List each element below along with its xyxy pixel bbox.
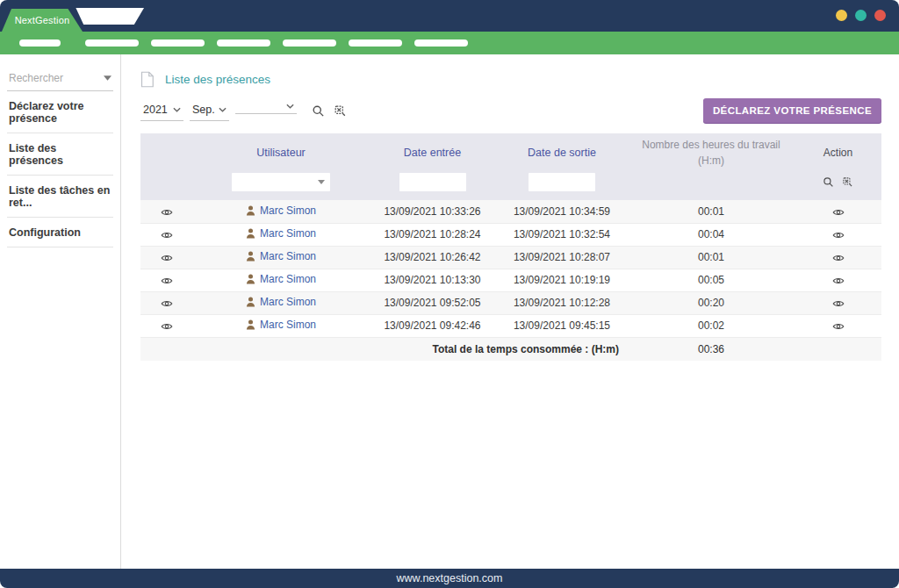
row-action-cell bbox=[795, 246, 881, 269]
sidebar-item-liste-des-taches[interactable]: Liste des tâches en ret... bbox=[7, 176, 113, 218]
year-select[interactable]: 2021 bbox=[140, 102, 183, 121]
date-in-value: 13/09/2021 09:52:05 bbox=[369, 291, 496, 314]
row-action-cell bbox=[795, 314, 881, 337]
eye-action-icon[interactable] bbox=[832, 208, 845, 217]
eye-icon[interactable] bbox=[161, 231, 173, 240]
user-filter-select[interactable] bbox=[232, 173, 330, 191]
caret-down-icon bbox=[318, 180, 325, 184]
user-name: Marc Simon bbox=[260, 204, 316, 217]
filter-date-in-cell bbox=[369, 172, 496, 200]
eye-action-icon[interactable] bbox=[832, 276, 845, 285]
eye-action-icon[interactable] bbox=[832, 299, 845, 308]
nav-pill[interactable] bbox=[283, 39, 336, 47]
filter-hours-cell bbox=[628, 172, 795, 200]
hours-value: 00:02 bbox=[628, 314, 795, 337]
presence-table: Utilisateur Date entrée Date de sortie N… bbox=[140, 133, 881, 361]
hours-value: 00:04 bbox=[628, 223, 795, 246]
clear-search-icon[interactable] bbox=[334, 104, 347, 118]
user-link[interactable]: Marc Simon bbox=[246, 227, 316, 240]
user-name: Marc Simon bbox=[260, 227, 316, 240]
person-icon bbox=[246, 228, 255, 239]
date-in-value: 13/09/2021 10:26:42 bbox=[369, 246, 496, 269]
app-window: NextGestion Rechercher Déclarez bbox=[0, 0, 899, 588]
footer-url[interactable]: www.nextgestion.com bbox=[397, 572, 503, 584]
table-header-row: Utilisateur Date entrée Date de sortie N… bbox=[140, 133, 881, 172]
col-action: Action bbox=[795, 133, 881, 172]
filter-user-cell bbox=[193, 172, 369, 200]
search-icon[interactable] bbox=[312, 104, 325, 118]
nav-pill[interactable] bbox=[19, 39, 61, 47]
document-icon bbox=[140, 71, 154, 88]
total-label: Total de la temps consommée : (H:m) bbox=[140, 337, 628, 361]
table-filter-row bbox=[140, 172, 881, 200]
table-body: Marc Simon 13/09/2021 10:33:26 13/09/202… bbox=[140, 200, 881, 337]
eye-action-icon[interactable] bbox=[832, 231, 845, 240]
col-utilisateur[interactable]: Utilisateur bbox=[193, 133, 369, 172]
filter-empty-cell bbox=[140, 172, 193, 200]
declare-presence-button[interactable]: DÉCLAREZ VOTRE PRÉSENCE bbox=[703, 98, 881, 123]
eye-icon[interactable] bbox=[161, 276, 173, 285]
person-icon bbox=[246, 205, 255, 216]
caret-down-icon bbox=[104, 75, 111, 81]
sidebar-search-select[interactable]: Rechercher bbox=[7, 72, 113, 91]
user-link[interactable]: Marc Simon bbox=[246, 204, 316, 217]
table-row: Marc Simon 13/09/2021 10:13:30 13/09/202… bbox=[140, 269, 881, 291]
row-user-cell: Marc Simon bbox=[193, 314, 369, 337]
row-user-cell: Marc Simon bbox=[193, 246, 369, 269]
row-view-cell bbox=[140, 314, 193, 337]
eye-icon[interactable] bbox=[161, 322, 173, 331]
chevron-down-icon bbox=[173, 107, 181, 112]
col-date-entree[interactable]: Date entrée bbox=[369, 133, 496, 172]
total-value: 00:36 bbox=[628, 337, 795, 361]
table-row: Marc Simon 13/09/2021 10:26:42 13/09/202… bbox=[140, 246, 881, 269]
person-icon bbox=[246, 251, 255, 262]
user-link[interactable]: Marc Simon bbox=[246, 250, 316, 262]
total-empty-cell bbox=[795, 337, 881, 361]
user-name: Marc Simon bbox=[260, 273, 316, 285]
user-name: Marc Simon bbox=[260, 296, 316, 308]
date-in-value: 13/09/2021 10:33:26 bbox=[369, 200, 496, 223]
nav-pill[interactable] bbox=[349, 39, 402, 47]
nav-pill[interactable] bbox=[217, 39, 270, 47]
row-view-cell bbox=[140, 223, 193, 246]
table-clear-search-icon[interactable] bbox=[842, 176, 853, 188]
date-out-value: 13/09/2021 09:45:15 bbox=[496, 314, 628, 337]
month-select[interactable]: Sep. bbox=[190, 102, 229, 121]
table-search-icon[interactable] bbox=[823, 176, 834, 188]
user-name: Marc Simon bbox=[260, 250, 316, 262]
user-link[interactable]: Marc Simon bbox=[246, 273, 316, 285]
brand-decor-slab bbox=[74, 8, 144, 25]
eye-action-icon[interactable] bbox=[832, 254, 845, 262]
col-date-sortie[interactable]: Date de sortie bbox=[496, 133, 628, 172]
eye-icon[interactable] bbox=[161, 208, 173, 217]
sidebar-item-configuration[interactable]: Configuration bbox=[7, 218, 113, 247]
eye-action-icon[interactable] bbox=[832, 322, 845, 331]
eye-icon[interactable] bbox=[161, 299, 173, 308]
date-in-value: 13/09/2021 10:28:24 bbox=[369, 223, 496, 246]
sidebar-item-declarez-votre-presence[interactable]: Déclarez votre présence bbox=[7, 91, 113, 133]
row-user-cell: Marc Simon bbox=[193, 200, 369, 223]
person-icon bbox=[246, 297, 255, 307]
nav-pill[interactable] bbox=[151, 39, 205, 47]
extra-filter-select[interactable] bbox=[235, 102, 297, 114]
table-row: Marc Simon 13/09/2021 09:42:46 13/09/202… bbox=[140, 314, 881, 337]
nav-pill[interactable] bbox=[414, 39, 468, 47]
col-heures-line2: (H:m) bbox=[629, 153, 793, 169]
user-link[interactable]: Marc Simon bbox=[246, 296, 316, 308]
row-action-cell bbox=[795, 291, 881, 314]
date-in-filter-input[interactable] bbox=[399, 173, 466, 191]
brand-tab[interactable]: NextGestion bbox=[2, 9, 83, 32]
date-out-filter-input[interactable] bbox=[529, 173, 595, 191]
yellow-dot[interactable] bbox=[836, 10, 847, 21]
green-dot[interactable] bbox=[855, 10, 867, 21]
user-link[interactable]: Marc Simon bbox=[246, 319, 316, 331]
date-in-value: 13/09/2021 10:13:30 bbox=[369, 269, 496, 291]
red-dot[interactable] bbox=[874, 10, 886, 21]
nav-pill[interactable] bbox=[85, 39, 139, 47]
eye-icon[interactable] bbox=[161, 254, 173, 262]
date-out-value: 13/09/2021 10:28:07 bbox=[496, 246, 628, 269]
row-action-cell bbox=[795, 200, 881, 223]
sidebar-item-liste-des-presences[interactable]: Liste des présences bbox=[7, 133, 113, 176]
user-name: Marc Simon bbox=[260, 319, 316, 331]
table-row: Marc Simon 13/09/2021 10:28:24 13/09/202… bbox=[140, 223, 881, 246]
